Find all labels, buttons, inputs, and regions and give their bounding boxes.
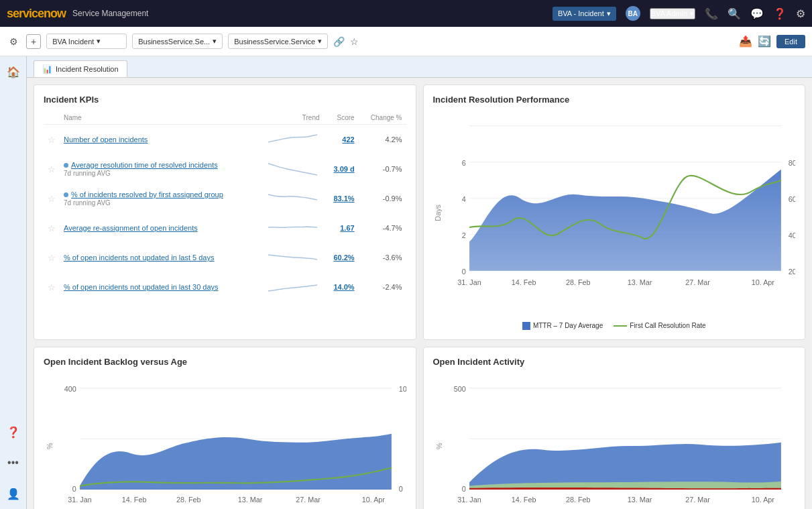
perf-chart-title: Incident Resolution Performance bbox=[433, 95, 796, 105]
kpi-name-cell: % of open incidents not updated in last … bbox=[60, 243, 262, 272]
filter-icon[interactable]: ⚙ bbox=[7, 34, 21, 50]
tab-label: Incident Resolution bbox=[56, 65, 119, 73]
svg-text:14. Feb: 14. Feb bbox=[122, 496, 147, 504]
svg-text:500: 500 bbox=[453, 385, 465, 393]
kpi-name-link[interactable]: % of open incidents not updated in last … bbox=[64, 253, 214, 262]
svg-text:10. Apr: 10. Apr bbox=[751, 496, 774, 504]
kpi-name-link[interactable]: % of open incidents not updated in last … bbox=[64, 283, 219, 291]
kpi-name-link[interactable]: Number of open incidents bbox=[64, 135, 148, 144]
col-name: Name bbox=[60, 111, 262, 125]
bva-incident-dropdown[interactable]: BVA Incident ▾ bbox=[46, 34, 127, 49]
kpi-score[interactable]: 14.0% bbox=[324, 272, 359, 302]
dropdown-value: BusinessService.Se... bbox=[138, 38, 210, 46]
kpi-trend-cell bbox=[262, 213, 324, 243]
kpi-name-link[interactable]: Average re-assignment of open incidents bbox=[64, 224, 198, 232]
sparkline-svg bbox=[266, 247, 320, 267]
svg-text:%: % bbox=[434, 443, 443, 449]
svg-text:31. Jan: 31. Jan bbox=[457, 496, 481, 504]
kpi-score[interactable]: 422 bbox=[324, 125, 359, 155]
kpi-change: -4.7% bbox=[359, 213, 406, 243]
chat-icon[interactable]: 💬 bbox=[750, 7, 764, 20]
chevron-down-icon: ▾ bbox=[607, 9, 611, 18]
star-icon[interactable]: ☆ bbox=[48, 135, 56, 145]
table-row: ☆ Average resolution time of resolved in… bbox=[44, 154, 406, 184]
kpi-trend-cell bbox=[262, 125, 324, 155]
business-service-dropdown[interactable]: BusinessService.Se... ▾ bbox=[132, 34, 223, 49]
dashboard: Incident KPIs Name Trend Score Change % … bbox=[27, 78, 812, 509]
toolbar: ⚙ + BVA Incident ▾ BusinessService.Se...… bbox=[0, 27, 812, 56]
admin-selector[interactable]: BVA Admin ▾ bbox=[650, 8, 695, 19]
svg-text:27. Mar: 27. Mar bbox=[685, 278, 710, 286]
bva-selector[interactable]: BVA - Incident ▾ bbox=[553, 7, 616, 21]
star-icon[interactable]: ☆ bbox=[48, 223, 56, 233]
sidebar-item-more[interactable]: ••• bbox=[3, 453, 23, 473]
add-button[interactable]: + bbox=[26, 34, 41, 49]
kpi-trend-cell bbox=[262, 272, 324, 302]
svg-text:40: 40 bbox=[788, 231, 795, 239]
kpi-name-link[interactable]: % of incidents resolved by first assigne… bbox=[71, 190, 223, 199]
svg-text:13. Mar: 13. Mar bbox=[238, 496, 263, 504]
dropdown-value: BVA Incident bbox=[52, 38, 94, 46]
kpi-change: 4.2% bbox=[359, 125, 406, 155]
kpi-name-cell: % of open incidents not updated in last … bbox=[60, 272, 262, 302]
col-change: Change % bbox=[359, 111, 406, 125]
legend-mttr: MTTR – 7 Day Average bbox=[522, 322, 603, 330]
kpi-score[interactable]: 83.1% bbox=[324, 184, 359, 213]
kpi-change: -0.7% bbox=[359, 154, 406, 184]
table-row: ☆ % of open incidents not updated in las… bbox=[44, 243, 406, 272]
chevron-down-icon: ▾ bbox=[97, 37, 101, 46]
sidebar-item-user[interactable]: 👤 bbox=[3, 484, 23, 504]
search-icon[interactable]: 🔍 bbox=[728, 7, 741, 20]
kpi-score[interactable]: 1.67 bbox=[324, 213, 359, 243]
legend-fcr: First Call Resolution Rate bbox=[614, 322, 705, 329]
tab-bar: 📊 Incident Resolution bbox=[27, 56, 812, 78]
legend-mttr-label: MTTR – 7 Day Average bbox=[533, 322, 603, 329]
nav-icons: BVA - Incident ▾ BA BVA Admin ▾ 📞 🔍 💬 ❓ … bbox=[553, 6, 805, 21]
svg-text:28. Feb: 28. Feb bbox=[565, 496, 590, 504]
kpi-trend-cell bbox=[262, 154, 324, 184]
svg-text:60: 60 bbox=[788, 195, 795, 203]
refresh-icon[interactable]: 🔄 bbox=[758, 35, 771, 48]
business-service-service-dropdown[interactable]: BusinessService.Service ▾ bbox=[228, 34, 328, 49]
kpi-title: Incident KPIs bbox=[44, 95, 406, 105]
svg-text:0: 0 bbox=[72, 485, 76, 493]
kpi-name-cell: % of incidents resolved by first assigne… bbox=[60, 184, 262, 213]
star-icon[interactable]: ☆ bbox=[48, 253, 56, 263]
kpi-score[interactable]: 60.2% bbox=[324, 243, 359, 272]
svg-text:0: 0 bbox=[399, 485, 403, 493]
table-row: ☆ Number of open incidents 422 4.2% bbox=[44, 125, 406, 155]
phone-icon[interactable]: 📞 bbox=[705, 7, 718, 20]
sidebar-item-help[interactable]: ❓ bbox=[3, 422, 23, 442]
star-icon[interactable]: ☆ bbox=[48, 194, 56, 204]
export-icon[interactable]: 📤 bbox=[739, 35, 752, 48]
perf-chart-card: Incident Resolution Performance Days bbox=[423, 84, 806, 340]
svg-text:27. Mar: 27. Mar bbox=[685, 496, 710, 504]
svg-text:13. Mar: 13. Mar bbox=[627, 496, 652, 504]
svg-text:28. Feb: 28. Feb bbox=[565, 278, 590, 286]
star-icon[interactable]: ☆ bbox=[48, 164, 56, 174]
kpi-score[interactable]: 3.09 d bbox=[324, 154, 359, 184]
legend-fcr-label: First Call Resolution Rate bbox=[630, 322, 705, 329]
dropdown-value: BusinessService.Service bbox=[234, 38, 315, 46]
settings-icon[interactable]: ⚙ bbox=[796, 7, 805, 20]
link-icon[interactable]: 🔗 bbox=[333, 36, 345, 47]
svg-text:10. Apr: 10. Apr bbox=[362, 496, 386, 504]
sparkline-svg bbox=[266, 158, 320, 178]
svg-text:13. Mar: 13. Mar bbox=[627, 278, 652, 286]
sparkline-svg bbox=[266, 276, 320, 296]
svg-text:6: 6 bbox=[461, 159, 465, 167]
table-row: ☆ % of incidents resolved by first assig… bbox=[44, 184, 406, 213]
star-icon[interactable]: ☆ bbox=[350, 36, 359, 47]
star-icon[interactable]: ☆ bbox=[48, 282, 56, 292]
svg-text:10: 10 bbox=[399, 385, 406, 393]
kpi-card: Incident KPIs Name Trend Score Change % … bbox=[34, 84, 416, 340]
tab-incident-resolution[interactable]: 📊 Incident Resolution bbox=[34, 60, 127, 77]
kpi-name-link[interactable]: Average resolution time of resolved inci… bbox=[71, 161, 218, 169]
logo-text: servicenow bbox=[7, 7, 66, 21]
admin-name: BVA Admin bbox=[651, 9, 687, 17]
edit-button[interactable]: Edit bbox=[776, 35, 805, 48]
help-icon[interactable]: ❓ bbox=[773, 7, 787, 20]
svg-text:27. Mar: 27. Mar bbox=[296, 496, 321, 504]
sidebar-item-home[interactable]: 🏠 bbox=[3, 62, 23, 82]
svg-text:4: 4 bbox=[461, 195, 465, 203]
